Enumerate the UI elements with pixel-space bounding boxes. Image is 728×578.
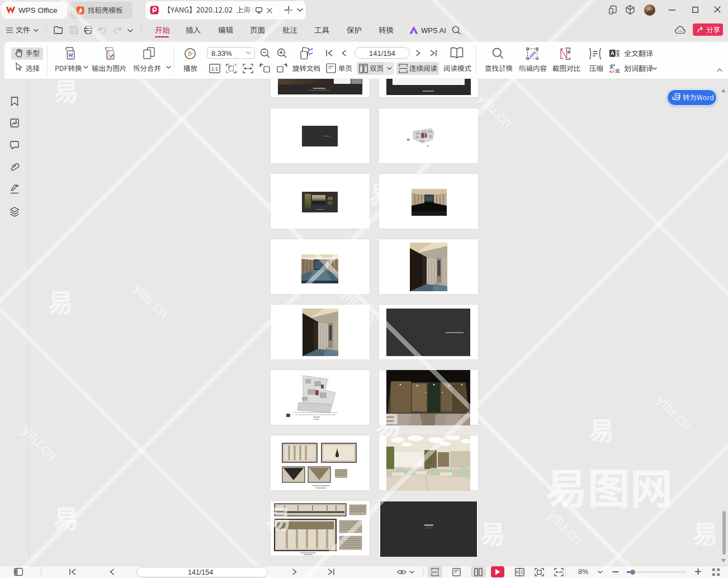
- svg-text:1:1: 1:1: [211, 66, 219, 72]
